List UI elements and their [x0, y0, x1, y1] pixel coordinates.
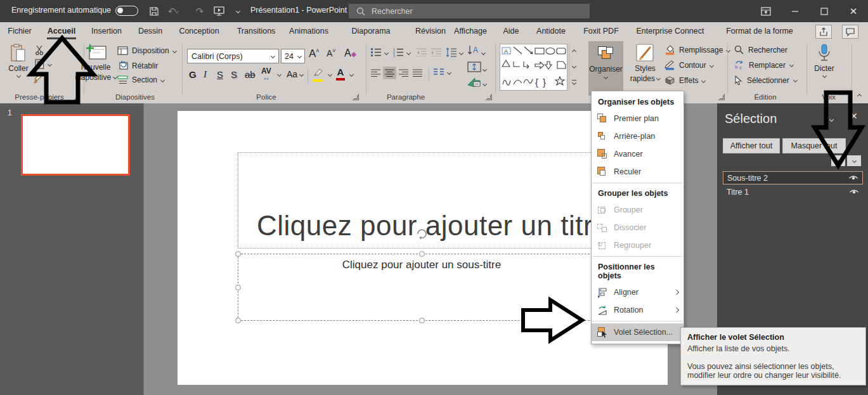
selection-item-sous-titre[interactable]: Sous-titre 2	[723, 171, 863, 185]
shapes-scrollbar[interactable]	[569, 44, 579, 90]
tab-dessin[interactable]: Dessin	[138, 22, 162, 40]
ribbon-display-options-icon[interactable]	[751, 0, 781, 22]
bullets-icon[interactable]	[371, 48, 382, 59]
align-center-button[interactable]	[383, 67, 396, 79]
move-up-button[interactable]	[831, 155, 845, 166]
resize-handle-bottom-center[interactable]	[419, 318, 425, 323]
move-down-button[interactable]	[847, 155, 861, 166]
resize-handle-top-left[interactable]	[235, 251, 241, 257]
font-name-select[interactable]: Calibri (Corps)	[187, 49, 279, 63]
align-text-button[interactable]	[467, 62, 486, 74]
tab-enterprise-connect[interactable]: Enterprise Connect	[636, 22, 704, 40]
menu-item-rotation[interactable]: Rotation	[592, 301, 683, 319]
format-painter-icon[interactable]	[34, 73, 45, 86]
pane-close-icon[interactable]: ✕	[850, 111, 858, 121]
tab-format-de-la-forme[interactable]: Format de la forme	[726, 22, 793, 40]
search-input[interactable]: Rechercher	[349, 4, 590, 18]
menu-item-dissocier[interactable]: Dissocier	[592, 219, 683, 236]
numbering-icon[interactable]: 123	[393, 48, 404, 59]
shape-effects-button[interactable]: Effets	[664, 75, 705, 86]
rotate-handle[interactable]	[415, 227, 429, 241]
justify-button[interactable]	[411, 67, 424, 79]
share-button[interactable]	[815, 25, 832, 39]
character-spacing-button[interactable]: AV↔	[261, 68, 271, 81]
resize-handle-top-center[interactable]	[419, 251, 425, 257]
font-dialog-launcher[interactable]	[353, 94, 359, 100]
tab-foxit-pdf[interactable]: Foxit PDF	[583, 22, 619, 40]
slideshow-icon[interactable]	[209, 0, 228, 22]
resize-handle-bottom-left[interactable]	[235, 318, 241, 323]
close-button[interactable]: ✕	[839, 0, 868, 22]
title-placeholder[interactable]: Cliquez pour ajouter un titre	[238, 152, 628, 249]
menu-item-aligner[interactable]: Aligner	[592, 283, 683, 301]
slide-thumbnail[interactable]	[21, 114, 130, 176]
section-button[interactable]: Section	[117, 75, 164, 84]
align-right-button[interactable]	[397, 67, 410, 79]
menu-item-avancer[interactable]: Avancer	[592, 145, 683, 163]
text-direction-button[interactable]: A	[467, 45, 485, 58]
replace-button[interactable]: bc Remplacer	[734, 60, 793, 70]
arrange-button[interactable]: Organiser	[588, 41, 623, 96]
font-color-button[interactable]: A	[336, 67, 345, 81]
pane-options-chevron-icon[interactable]	[830, 115, 833, 124]
clear-formatting-icon[interactable]: A◆	[344, 48, 356, 59]
menu-item-volet-selection[interactable]: Volet Sélection...	[592, 323, 683, 341]
comments-button[interactable]	[842, 25, 858, 39]
shape-fill-button[interactable]: Remplissage	[664, 45, 730, 55]
paragraph-dialog-launcher[interactable]	[486, 94, 492, 100]
align-left-button[interactable]	[369, 67, 382, 79]
font-size-select[interactable]: 24	[281, 49, 305, 63]
eye-icon[interactable]	[848, 174, 858, 181]
save-icon[interactable]	[145, 0, 164, 22]
decrease-indent-icon[interactable]	[417, 48, 427, 58]
tab-affichage[interactable]: Affichage	[454, 22, 487, 40]
underline-button[interactable]: S	[217, 69, 223, 80]
menu-item-arriere-plan[interactable]: Arrière-plan	[592, 127, 683, 145]
tab-revision[interactable]: Révision	[415, 22, 446, 40]
paste-button[interactable]: Coller	[5, 44, 32, 77]
strikethrough-button[interactable]: ab	[245, 69, 256, 80]
cut-icon[interactable]	[35, 45, 45, 57]
subtitle-placeholder[interactable]: Cliquez pour ajouter un sous-titre	[238, 254, 606, 321]
menu-item-reculer[interactable]: Reculer	[592, 163, 683, 181]
tab-conception[interactable]: Conception	[179, 22, 219, 40]
quick-access-chevron-icon[interactable]	[228, 0, 247, 22]
shapes-gallery[interactable]: A { }	[500, 44, 567, 91]
eye-icon[interactable]	[849, 188, 859, 195]
copy-icon[interactable]	[35, 59, 44, 71]
tab-diaporama[interactable]: Diaporama	[351, 22, 390, 40]
select-button[interactable]: Sélectionner	[734, 75, 797, 85]
tab-aide[interactable]: Aide	[503, 22, 519, 40]
menu-item-regrouper[interactable]: ↻ Regrouper	[592, 236, 683, 254]
new-slide-button[interactable]: Nouvelle diapositive	[76, 44, 115, 82]
dictate-button[interactable]: Dicter	[810, 44, 838, 77]
menu-item-premier-plan[interactable]: Premier plan	[592, 110, 683, 127]
reset-button[interactable]: Rétablir	[117, 61, 158, 70]
smartart-button[interactable]	[467, 77, 486, 89]
text-shadow-button[interactable]: S	[231, 69, 237, 80]
change-case-button[interactable]: Aa	[287, 69, 303, 79]
quick-styles-button[interactable]: Styles rapides	[628, 44, 663, 83]
menu-item-grouper[interactable]: Grouper	[592, 201, 683, 219]
tab-transitions[interactable]: Transitions	[237, 22, 276, 40]
drawing-dialog-launcher[interactable]	[718, 94, 725, 100]
tab-fichier[interactable]: Fichier	[8, 22, 32, 40]
minimize-button[interactable]	[781, 0, 810, 22]
selection-item-titre[interactable]: Titre 1	[723, 185, 863, 198]
hide-all-button[interactable]: Masquer tout	[782, 138, 846, 153]
bold-button[interactable]: G	[189, 69, 197, 80]
autosave-toggle[interactable]	[115, 6, 138, 16]
increase-indent-icon[interactable]	[431, 48, 441, 58]
shape-outline-button[interactable]: Contour	[664, 60, 713, 70]
redo-icon[interactable]: ↷	[190, 0, 209, 22]
tab-animations[interactable]: Animations	[289, 22, 328, 40]
layout-button[interactable]: Disposition	[117, 46, 176, 55]
decrease-font-size-icon[interactable]: A˅	[327, 48, 336, 58]
resize-handle-middle-left[interactable]	[235, 285, 241, 290]
collapse-ribbon-icon[interactable]	[857, 94, 862, 98]
find-button[interactable]: Rechercher	[734, 45, 787, 55]
line-spacing-icon[interactable]	[446, 48, 457, 59]
shapes-scroll-up-icon[interactable]	[572, 49, 576, 54]
columns-icon[interactable]	[434, 68, 444, 78]
text-highlight-button[interactable]	[313, 68, 324, 82]
